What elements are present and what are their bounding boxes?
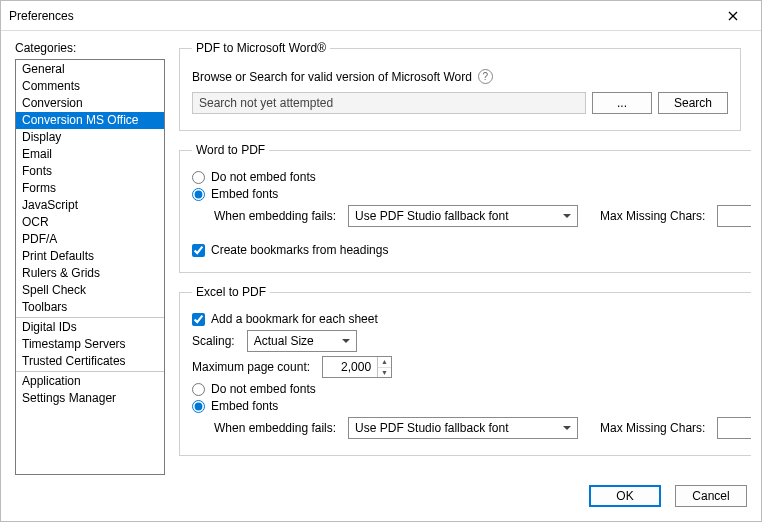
- excel-fallback-select[interactable]: Use PDF Studio fallback font: [348, 417, 578, 439]
- word-radio-no-embed[interactable]: Do not embed fonts: [192, 170, 751, 184]
- category-separator: [16, 371, 164, 372]
- category-item[interactable]: Trusted Certificates: [16, 353, 164, 370]
- word-fallback-select[interactable]: Use PDF Studio fallback font: [348, 205, 578, 227]
- category-item[interactable]: Display: [16, 129, 164, 146]
- word-radio-embed[interactable]: Embed fonts: [192, 187, 751, 201]
- category-item[interactable]: Comments: [16, 78, 164, 95]
- word-max-missing-value: 5: [718, 206, 751, 226]
- word-fallback-label: When embedding fails:: [214, 209, 336, 223]
- excel-sheet-bookmark-label: Add a bookmark for each sheet: [211, 312, 378, 326]
- category-item[interactable]: Email: [16, 146, 164, 163]
- close-button[interactable]: [713, 2, 753, 30]
- word-max-missing-spinner[interactable]: 5 ▲▼: [717, 205, 751, 227]
- category-item[interactable]: Application: [16, 373, 164, 390]
- search-button[interactable]: Search: [658, 92, 728, 114]
- excel-radio-embed-input[interactable]: [192, 400, 205, 413]
- categories-column: Categories: GeneralCommentsConversionCon…: [15, 41, 165, 475]
- group-pdf-to-word-legend: PDF to Microsoft Word®: [192, 41, 330, 55]
- excel-max-missing-spinner[interactable]: 5 ▲▼: [717, 417, 751, 439]
- group-excel-to-pdf-legend: Excel to PDF: [192, 285, 270, 299]
- close-icon: [728, 11, 738, 21]
- content-pane: PDF to Microsoft Word® Browse or Search …: [165, 41, 751, 475]
- excel-max-missing-label: Max Missing Chars:: [600, 421, 705, 435]
- word-radio-embed-input[interactable]: [192, 188, 205, 201]
- word-bookmarks-check-input[interactable]: [192, 244, 205, 257]
- titlebar: Preferences: [1, 1, 761, 31]
- excel-radio-no-embed-input[interactable]: [192, 383, 205, 396]
- excel-scaling-label: Scaling:: [192, 334, 235, 348]
- category-item[interactable]: JavaScript: [16, 197, 164, 214]
- excel-sheet-bookmark-check-input[interactable]: [192, 313, 205, 326]
- excel-scaling-value: Actual Size: [254, 334, 314, 348]
- category-item[interactable]: PDF/A: [16, 231, 164, 248]
- excel-sheet-bookmark-check[interactable]: Add a bookmark for each sheet: [192, 312, 751, 326]
- group-word-to-pdf-legend: Word to PDF: [192, 143, 269, 157]
- spinner-up-icon[interactable]: ▲: [378, 357, 391, 368]
- excel-radio-embed[interactable]: Embed fonts: [192, 399, 751, 413]
- window-title: Preferences: [9, 9, 713, 23]
- group-word-to-pdf: Word to PDF Do not embed fonts Embed fon…: [179, 143, 751, 273]
- category-item[interactable]: Digital IDs: [16, 319, 164, 336]
- excel-fallback-label: When embedding fails:: [214, 421, 336, 435]
- category-item[interactable]: Forms: [16, 180, 164, 197]
- help-icon[interactable]: ?: [478, 69, 493, 84]
- group-excel-to-pdf: Excel to PDF Add a bookmark for each she…: [179, 285, 751, 456]
- word-max-missing-label: Max Missing Chars:: [600, 209, 705, 223]
- excel-maxpages-value: 2,000: [323, 357, 377, 377]
- word-radio-no-embed-input[interactable]: [192, 171, 205, 184]
- excel-radio-no-embed[interactable]: Do not embed fonts: [192, 382, 751, 396]
- category-item[interactable]: Conversion: [16, 95, 164, 112]
- excel-radio-no-embed-label: Do not embed fonts: [211, 382, 316, 396]
- pdf-to-word-instruction: Browse or Search for valid version of Mi…: [192, 70, 472, 84]
- excel-radio-embed-label: Embed fonts: [211, 399, 278, 413]
- category-item[interactable]: Fonts: [16, 163, 164, 180]
- category-item[interactable]: Timestamp Servers: [16, 336, 164, 353]
- word-search-status: Search not yet attempted: [192, 92, 586, 114]
- category-item[interactable]: Rulers & Grids: [16, 265, 164, 282]
- category-separator: [16, 317, 164, 318]
- categories-label: Categories:: [15, 41, 165, 55]
- category-item[interactable]: Print Defaults: [16, 248, 164, 265]
- browse-button[interactable]: ...: [592, 92, 652, 114]
- category-item[interactable]: OCR: [16, 214, 164, 231]
- category-item[interactable]: Settings Manager: [16, 390, 164, 407]
- word-bookmarks-check[interactable]: Create bookmarks from headings: [192, 243, 751, 257]
- spinner-down-icon[interactable]: ▼: [378, 368, 391, 378]
- dialog-button-bar: OK Cancel: [1, 475, 761, 521]
- excel-maxpages-label: Maximum page count:: [192, 360, 310, 374]
- cancel-button[interactable]: Cancel: [675, 485, 747, 507]
- category-item[interactable]: Spell Check: [16, 282, 164, 299]
- word-radio-embed-label: Embed fonts: [211, 187, 278, 201]
- word-fallback-value: Use PDF Studio fallback font: [355, 209, 508, 223]
- excel-fallback-value: Use PDF Studio fallback font: [355, 421, 508, 435]
- categories-list[interactable]: GeneralCommentsConversionConversion MS O…: [15, 59, 165, 475]
- excel-max-missing-value: 5: [718, 418, 751, 438]
- category-item[interactable]: Conversion MS Office: [16, 112, 164, 129]
- word-bookmarks-label: Create bookmarks from headings: [211, 243, 388, 257]
- category-item[interactable]: General: [16, 61, 164, 78]
- excel-scaling-select[interactable]: Actual Size: [247, 330, 357, 352]
- ok-button[interactable]: OK: [589, 485, 661, 507]
- category-item[interactable]: Toolbars: [16, 299, 164, 316]
- word-radio-no-embed-label: Do not embed fonts: [211, 170, 316, 184]
- preferences-window: Preferences Categories: GeneralCommentsC…: [0, 0, 762, 522]
- excel-maxpages-spinner[interactable]: 2,000 ▲▼: [322, 356, 392, 378]
- group-pdf-to-word: PDF to Microsoft Word® Browse or Search …: [179, 41, 741, 131]
